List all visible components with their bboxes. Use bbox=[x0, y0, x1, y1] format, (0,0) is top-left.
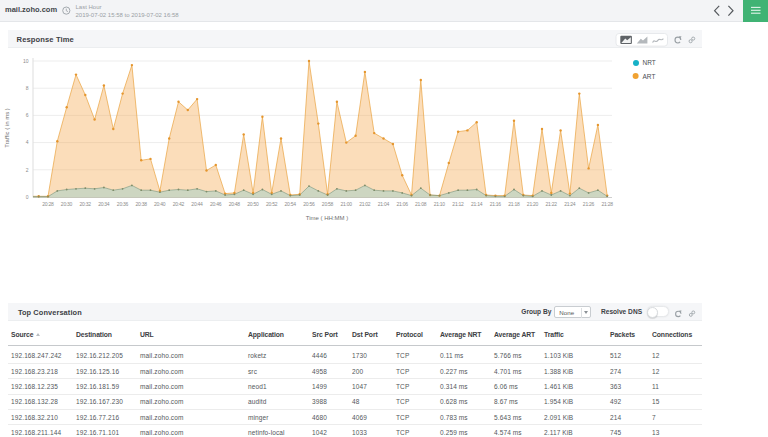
svg-text:21:06: 21:06 bbox=[396, 201, 408, 207]
svg-text:21:18: 21:18 bbox=[508, 201, 520, 207]
svg-text:20:38: 20:38 bbox=[135, 201, 147, 207]
svg-text:21:10: 21:10 bbox=[434, 201, 446, 207]
svg-text:0: 0 bbox=[26, 194, 29, 200]
svg-text:21:00: 21:00 bbox=[340, 201, 352, 207]
svg-text:20:50: 20:50 bbox=[247, 201, 259, 207]
svg-text:20:54: 20:54 bbox=[285, 201, 297, 207]
svg-text:20:30: 20:30 bbox=[61, 201, 73, 207]
svg-text:20:42: 20:42 bbox=[173, 201, 185, 207]
svg-text:20:28: 20:28 bbox=[42, 201, 54, 207]
svg-text:21:22: 21:22 bbox=[546, 201, 558, 207]
svg-text:10: 10 bbox=[23, 58, 29, 64]
svg-text:21:16: 21:16 bbox=[490, 201, 502, 207]
svg-text:20:58: 20:58 bbox=[322, 201, 334, 207]
svg-text:21:20: 21:20 bbox=[527, 201, 539, 207]
svg-text:21:24: 21:24 bbox=[564, 201, 576, 207]
svg-text:20:44: 20:44 bbox=[191, 201, 203, 207]
svg-text:20:40: 20:40 bbox=[154, 201, 166, 207]
svg-text:20:56: 20:56 bbox=[303, 201, 315, 207]
svg-text:Traffic ( in ms ): Traffic ( in ms ) bbox=[4, 108, 10, 148]
svg-text:21:28: 21:28 bbox=[601, 201, 613, 207]
svg-text:20:32: 20:32 bbox=[80, 201, 92, 207]
svg-text:21:04: 21:04 bbox=[378, 201, 390, 207]
svg-text:8: 8 bbox=[26, 85, 29, 91]
svg-text:Time ( HH:MM ): Time ( HH:MM ) bbox=[306, 215, 348, 221]
svg-text:20:52: 20:52 bbox=[266, 201, 278, 207]
svg-text:ART: ART bbox=[643, 73, 656, 80]
svg-text:6: 6 bbox=[26, 112, 29, 118]
svg-text:20:34: 20:34 bbox=[98, 201, 110, 207]
svg-text:20:48: 20:48 bbox=[229, 201, 241, 207]
svg-text:NRT: NRT bbox=[643, 59, 656, 66]
svg-text:20:36: 20:36 bbox=[117, 201, 129, 207]
svg-text:21:26: 21:26 bbox=[583, 201, 595, 207]
svg-text:21:02: 21:02 bbox=[359, 201, 371, 207]
svg-text:2: 2 bbox=[26, 167, 29, 173]
svg-text:21:14: 21:14 bbox=[471, 201, 483, 207]
svg-text:4: 4 bbox=[26, 139, 29, 145]
svg-text:20:46: 20:46 bbox=[210, 201, 222, 207]
svg-text:21:12: 21:12 bbox=[452, 201, 464, 207]
svg-text:21:08: 21:08 bbox=[415, 201, 427, 207]
